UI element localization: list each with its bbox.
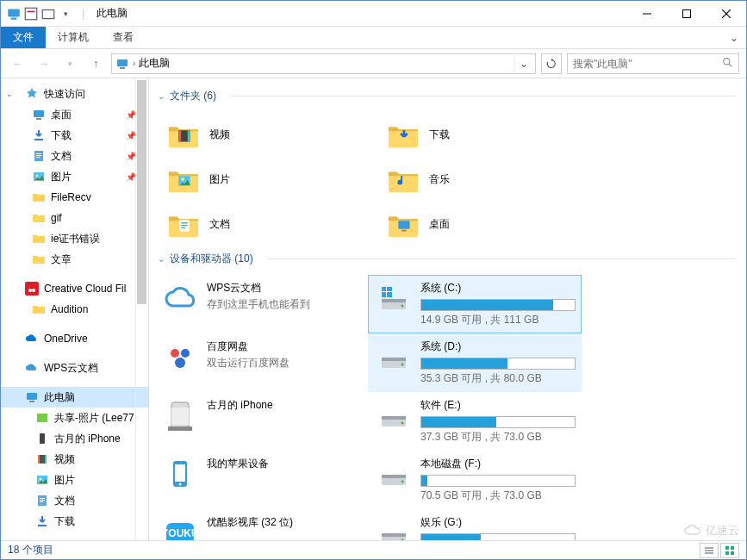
minimize-button[interactable] (627, 1, 667, 27)
sidebar-pc-item[interactable]: 图片 (1, 470, 148, 490)
device-item[interactable]: WPS云文档 存到这里手机也能看到 (154, 275, 368, 333)
device-item[interactable]: 我的苹果设备 (154, 451, 368, 509)
search-input[interactable] (573, 58, 722, 70)
folder-label: 桌面 (429, 217, 450, 232)
address-dropdown-icon[interactable]: ⌄ (514, 54, 532, 73)
breadcrumb-location[interactable]: 此电脑 (139, 56, 170, 71)
folder-icon (32, 232, 46, 246)
device-item[interactable]: YOUKU 优酷影视库 (32 位) (154, 509, 368, 540)
sidebar-quick-item[interactable]: FileRecv (1, 187, 148, 208)
item-icon (35, 452, 49, 466)
sidebar-onedrive[interactable]: OneDrive (1, 328, 148, 349)
folder-item[interactable]: 桌面 (374, 202, 594, 246)
svg-rect-26 (29, 401, 34, 402)
sidebar-pc-item[interactable]: 文档 (1, 490, 148, 511)
view-tiles-button[interactable] (720, 543, 739, 558)
phone-blue-icon (162, 457, 198, 493)
chevron-right-icon: › (133, 59, 135, 68)
device-item[interactable]: 本地磁盘 (F:) 70.5 GB 可用 , 共 73.0 GB (368, 451, 582, 509)
sidebar-item-label: 此电脑 (44, 390, 75, 405)
svg-rect-14 (36, 118, 41, 120)
scrollbar-track[interactable] (135, 78, 148, 540)
refresh-button[interactable] (541, 53, 562, 74)
folder-item[interactable]: 视频 (154, 112, 374, 157)
sidebar-pc-item[interactable]: 视频 (1, 449, 148, 470)
view-details-button[interactable] (700, 543, 719, 558)
tab-file[interactable]: 文件 (1, 27, 46, 48)
sidebar-quick-item[interactable]: 文档 📌 (1, 146, 148, 166)
scrollbar-thumb[interactable] (137, 80, 146, 304)
close-button[interactable] (707, 1, 746, 27)
quick-access-toolbar: ▾ (1, 6, 78, 22)
new-folder-qat-icon[interactable] (40, 6, 56, 22)
svg-rect-17 (36, 153, 41, 154)
svg-point-60 (175, 358, 185, 368)
device-item[interactable]: 古月的 iPhone (154, 392, 368, 451)
folder-item[interactable]: 文档 (154, 202, 374, 246)
sidebar-item-label: 共享-照片 (Lee77 (54, 411, 134, 426)
device-item[interactable]: 系统 (C:) 14.9 GB 可用 , 共 111 GB (368, 275, 582, 333)
sidebar-item-label: 图片 (51, 170, 72, 184)
sidebar-quick-item[interactable]: 图片 📌 (1, 166, 148, 187)
back-button[interactable]: ← (8, 53, 28, 74)
tab-computer[interactable]: 计算机 (46, 27, 101, 48)
sidebar-item-label: ie证书错误 (51, 232, 100, 246)
pic-folder-icon (166, 162, 201, 196)
device-item[interactable]: 软件 (E:) 37.3 GB 可用 , 共 73.0 GB (368, 392, 582, 451)
folder-item[interactable]: 下载 (374, 112, 594, 157)
divider (267, 258, 736, 259)
svg-rect-27 (37, 414, 47, 422)
content-pane[interactable]: ⌄ 文件夹 (6) 视频 下载 图片 音乐 文档 (149, 78, 746, 540)
folder-item[interactable]: 音乐 (374, 157, 594, 202)
properties-qat-icon[interactable] (23, 6, 39, 22)
item-icon (35, 494, 49, 507)
device-item[interactable]: 系统 (D:) 35.3 GB 可用 , 共 80.0 GB (368, 333, 582, 392)
sidebar-pc-item[interactable]: 下载 (1, 511, 148, 532)
navigation-pane[interactable]: ⌄ 快速访问 桌面 📌 下载 📌 文档 📌 图片 📌 FileRecv gif … (1, 78, 149, 540)
forward-button[interactable]: → (34, 53, 54, 74)
svg-rect-84 (725, 546, 729, 550)
address-box[interactable]: › 此电脑 ⌄ (111, 53, 536, 74)
collapse-icon[interactable]: ⌄ (158, 91, 165, 101)
folder-item[interactable]: 图片 (154, 157, 374, 202)
ribbon-expand-icon[interactable]: ⌄ (722, 27, 746, 48)
caret-icon[interactable]: ⌄ (6, 90, 13, 98)
sidebar-quick-item[interactable]: gif (1, 208, 148, 228)
device-item[interactable]: 百度网盘 双击运行百度网盘 (154, 333, 368, 392)
folder-label: 文档 (209, 217, 230, 232)
search-box[interactable] (567, 53, 739, 74)
sidebar-quick-item[interactable]: 下载 📌 (1, 125, 148, 146)
phone-gray-icon (162, 398, 198, 434)
tab-view[interactable]: 查看 (101, 27, 146, 48)
group-devices-header[interactable]: ⌄ 设备和驱动器 (10) (158, 252, 736, 266)
svg-line-12 (729, 64, 731, 66)
device-item[interactable]: 娱乐 (G:) 43.9 GB 可用 , 共 72.0 GB (368, 509, 582, 540)
maximize-button[interactable] (667, 1, 707, 27)
sidebar-this-pc[interactable]: 此电脑 (1, 387, 148, 408)
drive-icon (376, 515, 412, 540)
recent-dropdown-icon[interactable]: ▾ (59, 53, 80, 74)
sidebar-pc-item[interactable]: 古月的 iPhone (1, 428, 148, 449)
sidebar-wps[interactable]: WPS云文档 (1, 358, 148, 378)
sidebar-ccf[interactable]: Creative Cloud Fil (1, 278, 148, 299)
up-button[interactable]: ↑ (85, 53, 106, 74)
sidebar-audition[interactable]: Audition (1, 299, 148, 320)
sidebar-pc-item[interactable]: 共享-照片 (Lee77 (1, 408, 148, 428)
device-title: 古月的 iPhone (207, 398, 360, 413)
title-bar: ▾ | 此电脑 (1, 1, 746, 27)
sidebar-quick-item[interactable]: 文章 (1, 249, 148, 270)
qat-dropdown-icon[interactable]: ▾ (58, 6, 73, 22)
folder-label: 视频 (209, 128, 230, 142)
group-folders-header[interactable]: ⌄ 文件夹 (6) (158, 89, 736, 103)
svg-rect-41 (188, 130, 190, 141)
svg-rect-28 (40, 433, 45, 444)
collapse-icon[interactable]: ⌄ (158, 254, 165, 264)
device-title: 本地磁盘 (F:) (420, 457, 576, 471)
sidebar-quick-item[interactable]: ie证书错误 (1, 228, 148, 249)
sidebar-item-label: 文档 (54, 494, 75, 508)
desktop-icon (32, 108, 46, 121)
svg-rect-57 (387, 292, 392, 297)
sidebar-quick-access[interactable]: ⌄ 快速访问 (1, 84, 148, 104)
sidebar-quick-item[interactable]: 桌面 📌 (1, 104, 148, 125)
cloud-icon (25, 332, 39, 345)
